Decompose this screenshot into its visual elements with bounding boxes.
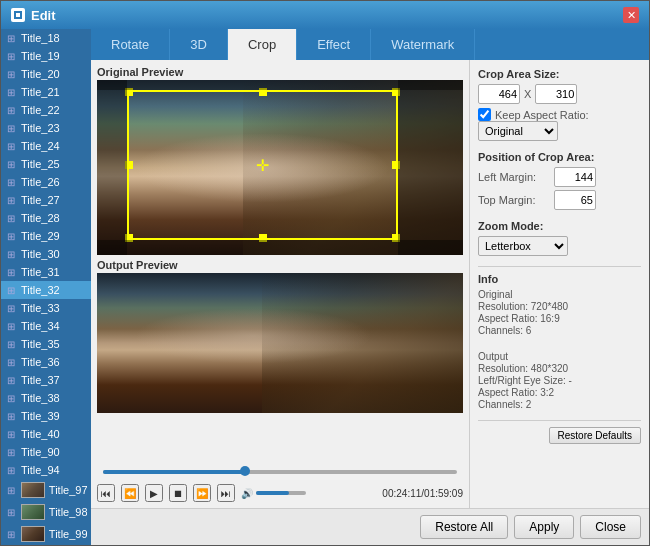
step-back-button[interactable]: ⏪ bbox=[121, 484, 139, 502]
sidebar-item[interactable]: ⊞Title_32 bbox=[1, 281, 91, 299]
sidebar-item[interactable]: ⊞Title_99 bbox=[1, 523, 91, 545]
sidebar-plus-icon: ⊞ bbox=[5, 32, 17, 44]
close-button-bottom[interactable]: Close bbox=[580, 515, 641, 539]
sidebar-item-label: Title_20 bbox=[21, 68, 60, 80]
aspect-select[interactable]: Original 16:9 4:3 1:1 bbox=[478, 121, 558, 141]
sidebar-item-label: Title_99 bbox=[49, 528, 87, 540]
sidebar-plus-icon: ⊞ bbox=[5, 212, 17, 224]
output-preview-box bbox=[97, 273, 463, 413]
sidebar-plus-icon: ⊞ bbox=[5, 302, 17, 314]
restore-defaults-button[interactable]: Restore Defaults bbox=[549, 427, 641, 444]
controls-panel: Crop Area Size: X Keep Aspect Ratio: bbox=[469, 60, 649, 508]
sidebar-item[interactable]: ⊞Title_34 bbox=[1, 317, 91, 335]
top-margin-label: Top Margin: bbox=[478, 194, 550, 206]
sidebar-item[interactable]: ⊞Title_40 bbox=[1, 425, 91, 443]
zoom-mode-label: Zoom Mode: bbox=[478, 220, 641, 232]
crop-width-input[interactable] bbox=[478, 84, 520, 104]
sidebar-item[interactable]: ⊞Title_97 bbox=[1, 479, 91, 501]
sidebar-item-label: Title_39 bbox=[21, 410, 60, 422]
window-title: Edit bbox=[31, 8, 56, 23]
sidebar-item[interactable]: ⊞Title_98 bbox=[1, 501, 91, 523]
close-button[interactable]: ✕ bbox=[623, 7, 639, 23]
tab-watermark[interactable]: Watermark bbox=[371, 29, 475, 60]
original-preview-label: Original Preview bbox=[97, 66, 463, 78]
sidebar-item[interactable]: ⊞Title_25 bbox=[1, 155, 91, 173]
sidebar: ⊞Title_18⊞Title_19⊞Title_20⊞Title_21⊞Tit… bbox=[1, 29, 91, 545]
tab-rotate[interactable]: Rotate bbox=[91, 29, 170, 60]
sidebar-item-label: Title_19 bbox=[21, 50, 60, 62]
volume-icon: 🔊 bbox=[241, 488, 253, 499]
apply-button[interactable]: Apply bbox=[514, 515, 574, 539]
sidebar-plus-icon: ⊞ bbox=[5, 528, 17, 540]
info-section: Info Original Resolution: 720*480 Aspect… bbox=[478, 273, 641, 410]
output-resolution: Resolution: 480*320 bbox=[478, 363, 641, 374]
left-margin-input[interactable] bbox=[554, 167, 596, 187]
sidebar-item[interactable]: ⊞Title_36 bbox=[1, 353, 91, 371]
sidebar-item[interactable]: ⊞Title_21 bbox=[1, 83, 91, 101]
crop-area-size-label: Crop Area Size: bbox=[478, 68, 641, 80]
step-forward-button[interactable]: ⏩ bbox=[193, 484, 211, 502]
sidebar-item[interactable]: ⊞Title_37 bbox=[1, 371, 91, 389]
sidebar-item[interactable]: ⊞Title_20 bbox=[1, 65, 91, 83]
tab-3d[interactable]: 3D bbox=[170, 29, 228, 60]
sidebar-item[interactable]: ⊞Title_28 bbox=[1, 209, 91, 227]
sidebar-plus-icon: ⊞ bbox=[5, 356, 17, 368]
zoom-mode-section: Zoom Mode: Letterbox Pan & Scan Full bbox=[478, 220, 641, 256]
sidebar-item[interactable]: ⊞Title_39 bbox=[1, 407, 91, 425]
skip-end-button[interactable]: ⏭ bbox=[217, 484, 235, 502]
sidebar-plus-icon: ⊞ bbox=[5, 50, 17, 62]
sidebar-item-label: Title_23 bbox=[21, 122, 60, 134]
bottom-buttons: Restore All Apply Close bbox=[91, 508, 649, 545]
sidebar-plus-icon: ⊞ bbox=[5, 194, 17, 206]
sidebar-item[interactable]: ⊞Title_30 bbox=[1, 245, 91, 263]
original-preview-box: ✛ bbox=[97, 80, 463, 255]
left-margin-label: Left Margin: bbox=[478, 171, 550, 183]
sidebar-item-label: Title_97 bbox=[49, 484, 87, 496]
sidebar-item-label: Title_24 bbox=[21, 140, 60, 152]
sidebar-plus-icon: ⊞ bbox=[5, 104, 17, 116]
restore-defaults-row: Restore Defaults bbox=[478, 427, 641, 444]
sidebar-thumbnail bbox=[21, 482, 45, 498]
sidebar-item[interactable]: ⊞Title_33 bbox=[1, 299, 91, 317]
seek-bar-container[interactable] bbox=[97, 468, 463, 480]
content-area: Original Preview bbox=[91, 60, 649, 508]
sidebar-item[interactable]: ⊞Title_94 bbox=[1, 461, 91, 479]
sidebar-item-label: Title_36 bbox=[21, 356, 60, 368]
restore-all-button[interactable]: Restore All bbox=[420, 515, 508, 539]
sidebar-item[interactable]: ⊞Title_31 bbox=[1, 263, 91, 281]
sidebar-item[interactable]: ⊞Title_22 bbox=[1, 101, 91, 119]
sidebar-plus-icon: ⊞ bbox=[5, 230, 17, 242]
original-label: Original bbox=[478, 289, 641, 300]
crop-position-label: Position of Crop Area: bbox=[478, 151, 641, 163]
sidebar-item-label: Title_38 bbox=[21, 392, 60, 404]
sidebar-item-label: Title_35 bbox=[21, 338, 60, 350]
sidebar-item[interactable]: ⊞Title_35 bbox=[1, 335, 91, 353]
playback-controls: ⏮ ⏪ ▶ ⏹ ⏩ ⏭ 🔊 00:24:11/01:59:09 bbox=[97, 484, 463, 502]
keep-aspect-checkbox[interactable] bbox=[478, 108, 491, 121]
sidebar-item[interactable]: ⊞Title_90 bbox=[1, 443, 91, 461]
sidebar-item[interactable]: ⊞Title_38 bbox=[1, 389, 91, 407]
seek-bar[interactable] bbox=[103, 470, 457, 474]
crop-height-input[interactable] bbox=[535, 84, 577, 104]
sidebar-item[interactable]: ⊞Title_29 bbox=[1, 227, 91, 245]
volume-slider[interactable] bbox=[256, 491, 306, 495]
sidebar-plus-icon: ⊞ bbox=[5, 428, 17, 440]
play-button[interactable]: ▶ bbox=[145, 484, 163, 502]
tab-crop[interactable]: Crop bbox=[228, 29, 297, 60]
original-resolution: Resolution: 720*480 bbox=[478, 301, 641, 312]
sidebar-item[interactable]: ⊞Title_27 bbox=[1, 191, 91, 209]
skip-start-button[interactable]: ⏮ bbox=[97, 484, 115, 502]
sidebar-item[interactable]: ⊞Title_19 bbox=[1, 47, 91, 65]
original-aspect: Aspect Ratio: 16:9 bbox=[478, 313, 641, 324]
sidebar-item-label: Title_98 bbox=[49, 506, 87, 518]
sidebar-plus-icon: ⊞ bbox=[5, 446, 17, 458]
zoom-mode-select[interactable]: Letterbox Pan & Scan Full bbox=[478, 236, 568, 256]
sidebar-item[interactable]: ⊞Title_26 bbox=[1, 173, 91, 191]
seek-thumb[interactable] bbox=[240, 466, 250, 476]
stop-button[interactable]: ⏹ bbox=[169, 484, 187, 502]
top-margin-input[interactable] bbox=[554, 190, 596, 210]
sidebar-item[interactable]: ⊞Title_23 bbox=[1, 119, 91, 137]
tab-effect[interactable]: Effect bbox=[297, 29, 371, 60]
sidebar-item[interactable]: ⊞Title_24 bbox=[1, 137, 91, 155]
sidebar-item[interactable]: ⊞Title_18 bbox=[1, 29, 91, 47]
